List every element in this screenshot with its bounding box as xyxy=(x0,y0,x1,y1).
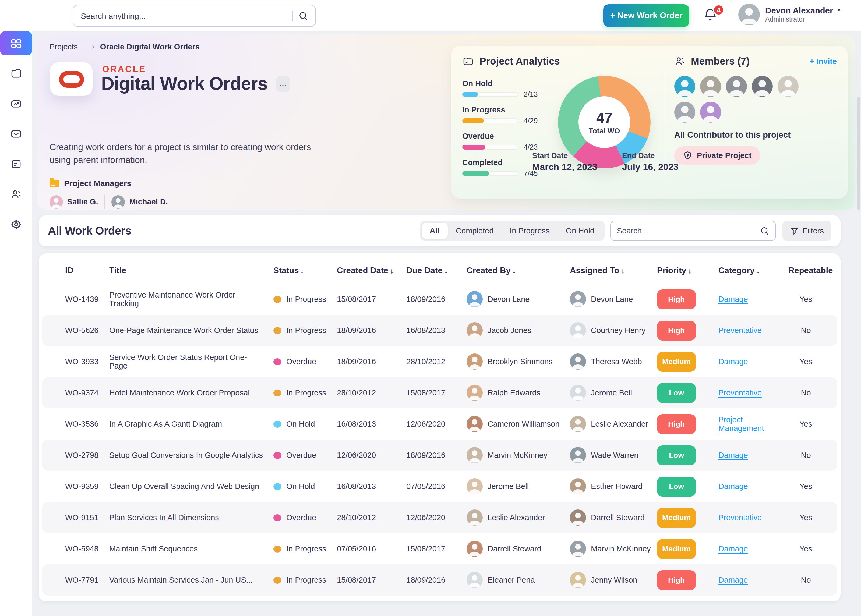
search-icon[interactable] xyxy=(760,226,770,236)
cell-repeatable: Yes xyxy=(788,420,837,428)
table-row[interactable]: WO-5626One-Page Maintenance Work Order S… xyxy=(42,315,837,346)
sidebar-item-dashboard[interactable] xyxy=(0,31,32,55)
cell-created-by: Brooklyn Simmons xyxy=(467,354,570,369)
breadcrumb-arrow-icon: ⟶ xyxy=(83,42,95,52)
status-label: In Progress xyxy=(286,326,326,335)
sidebar-item-messages[interactable] xyxy=(0,122,32,146)
notifications-button[interactable]: 4 xyxy=(703,6,721,26)
table-search[interactable] xyxy=(610,221,776,241)
table-row[interactable]: WO-3933Service Work Order Status Report … xyxy=(42,346,837,377)
table-search-input[interactable] xyxy=(617,226,754,235)
table-row[interactable]: WO-2798Setup Goal Conversions In Google … xyxy=(42,440,837,471)
cell-created-date: 28/10/2012 xyxy=(337,513,406,522)
table-row[interactable]: WO-9151Plan Services In All DimensionsOv… xyxy=(42,502,837,533)
column-header-category[interactable]: Category↓ xyxy=(718,266,788,275)
member-avatar[interactable] xyxy=(700,102,721,123)
table-row[interactable]: WO-7791Various Maintain Services Jan - J… xyxy=(42,564,837,596)
cell-repeatable: No xyxy=(788,576,837,584)
new-work-order-button[interactable]: + New Work Order xyxy=(603,4,689,27)
user-menu[interactable]: Devon Alexander▼ Administrator xyxy=(738,4,842,25)
tab-completed[interactable]: Completed xyxy=(448,223,501,239)
member-avatar[interactable] xyxy=(752,76,773,97)
cell-created-date: 18/09/2016 xyxy=(337,357,406,366)
cell-due-date: 18/09/2016 xyxy=(406,451,467,459)
member-avatar[interactable] xyxy=(778,76,798,97)
category-link[interactable]: Preventative xyxy=(718,326,762,335)
category-link[interactable]: Damage xyxy=(718,482,748,491)
cell-created-by: Eleanor Pena xyxy=(467,572,570,588)
invite-link[interactable]: + Invite xyxy=(810,57,837,66)
cell-id: WO-5626 xyxy=(65,326,109,335)
cell-assigned-to-avatar xyxy=(570,447,586,463)
table-row[interactable]: WO-3536In A Graphic As A Gantt DiagramOn… xyxy=(42,409,837,440)
cell-title: One-Page Maintenance Work Order Status xyxy=(109,326,273,335)
table-row[interactable]: WO-9374Hotel Maintenance Work Order Prop… xyxy=(42,377,837,409)
status-dot xyxy=(273,420,281,427)
category-link[interactable]: Damage xyxy=(718,544,748,553)
sidebar-item-team[interactable] xyxy=(0,182,32,206)
column-header-due-date[interactable]: Due Date↓ xyxy=(406,266,467,275)
member-avatar[interactable] xyxy=(674,76,695,97)
member-avatar[interactable] xyxy=(726,76,747,97)
manager-item[interactable]: Sallie G. xyxy=(50,195,98,209)
progress-fill xyxy=(462,118,484,123)
member-avatar[interactable] xyxy=(674,102,695,123)
cell-status: On Hold xyxy=(273,420,337,428)
breadcrumb-projects[interactable]: Projects xyxy=(50,42,78,51)
sidebar-item-tasks[interactable] xyxy=(0,152,32,176)
category-link[interactable]: Damage xyxy=(718,357,748,366)
sidebar-item-projects[interactable] xyxy=(0,61,32,86)
table-row[interactable]: WO-9359Clean Up Overall Spacing And Web … xyxy=(42,471,837,502)
cell-assigned-to-name: Esther Howard xyxy=(591,482,643,491)
more-options-button[interactable]: ... xyxy=(276,75,290,92)
global-search[interactable] xyxy=(73,5,316,27)
cell-created-by-avatar xyxy=(467,478,483,494)
priority-badge: Medium xyxy=(657,539,696,559)
status-label: In Progress xyxy=(286,295,326,303)
category-link[interactable]: Preventative xyxy=(718,388,762,397)
users-icon xyxy=(674,55,686,67)
column-header-created-by[interactable]: Created By↓ xyxy=(467,266,570,275)
priority-badge: Low xyxy=(657,476,696,496)
status-progress-item: On Hold2/13 xyxy=(462,79,543,99)
cell-due-date: 18/09/2016 xyxy=(406,295,467,303)
table-row[interactable]: WO-5948Maintain Shift SequencesIn Progre… xyxy=(42,533,837,564)
cell-assigned-to-name: Marvin McKinney xyxy=(591,544,650,553)
sort-arrow-icon: ↓ xyxy=(444,267,448,275)
global-search-input[interactable] xyxy=(81,11,292,20)
category-link[interactable]: Preventative xyxy=(718,513,762,522)
column-header-id: ID xyxy=(65,266,109,275)
project-description: Creating work orders for a project is si… xyxy=(50,141,319,167)
manager-item[interactable]: Michael D. xyxy=(112,195,168,209)
progress-track xyxy=(462,118,518,123)
cell-title: Hotel Maintenance Work Order Proposal xyxy=(109,388,273,397)
sort-arrow-icon: ↓ xyxy=(390,267,393,275)
user-avatar xyxy=(738,4,760,25)
tab-all[interactable]: All xyxy=(422,223,448,239)
cell-assigned-to-avatar xyxy=(570,509,586,526)
column-header-assigned-to[interactable]: Assigned To↓ xyxy=(570,266,657,275)
cell-created-by-avatar xyxy=(467,385,483,401)
search-icon[interactable] xyxy=(298,11,309,21)
scrollbar[interactable] xyxy=(857,97,860,210)
sidebar-item-settings[interactable] xyxy=(0,212,32,236)
cell-assigned-to: Courtney Henry xyxy=(570,322,657,338)
filters-button[interactable]: Filters xyxy=(782,221,831,241)
end-date-block: End Date July 16, 2023 xyxy=(622,151,679,173)
column-header-priority[interactable]: Priority↓ xyxy=(657,266,718,275)
category-link[interactable]: Damage xyxy=(718,576,748,584)
column-header-created-date[interactable]: Created Date↓ xyxy=(337,266,406,275)
tab-on-hold[interactable]: On Hold xyxy=(558,223,602,239)
status-progress-bar: 7/45 xyxy=(462,170,543,178)
tab-in-progress[interactable]: In Progress xyxy=(501,223,558,239)
category-link[interactable]: Project Management xyxy=(718,415,764,432)
shield-icon xyxy=(683,151,693,160)
member-avatar[interactable] xyxy=(700,76,721,97)
category-link[interactable]: Damage xyxy=(718,295,748,303)
sidebar-item-analytics[interactable] xyxy=(0,91,32,116)
column-header-status[interactable]: Status↓ xyxy=(273,266,337,275)
category-link[interactable]: Damage xyxy=(718,451,748,459)
cell-assigned-to-name: Jerome Bell xyxy=(591,388,632,397)
cell-created-by-name: Marvin McKinney xyxy=(487,451,547,459)
table-row[interactable]: WO-1439Preventive Maintenance Work Order… xyxy=(42,283,837,315)
